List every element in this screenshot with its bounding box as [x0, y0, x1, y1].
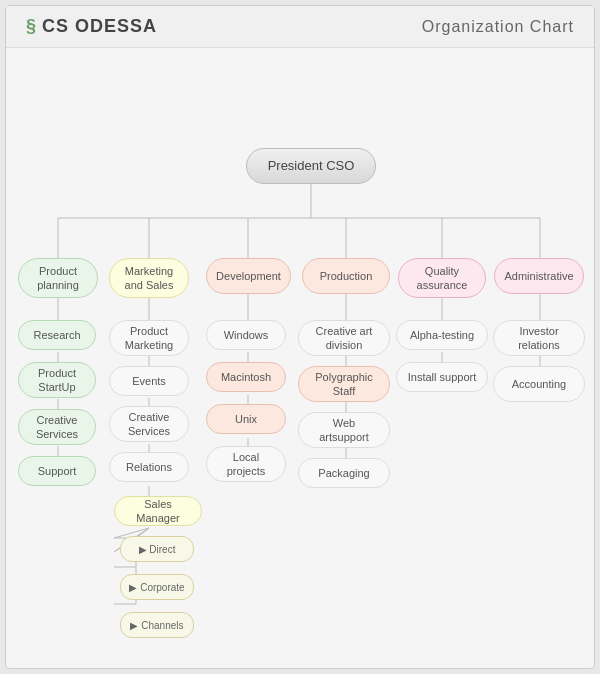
corporate-node: ▶ Corporate: [120, 574, 194, 600]
polygraphic-staff-node: PolygraphicStaff: [298, 366, 390, 402]
development-node: Development: [206, 258, 291, 294]
product-startup-node: ProductStartUp: [18, 362, 96, 398]
logo-icon: §: [26, 16, 36, 37]
windows-node: Windows: [206, 320, 286, 350]
packaging-node: Packaging: [298, 458, 390, 488]
events-node: Events: [109, 366, 189, 396]
direct-node: ▶ Direct: [120, 536, 194, 562]
sales-manager-node: Sales Manager: [114, 496, 202, 526]
channels-node: ▶ Channels: [120, 612, 194, 638]
investor-relations-node: Investorrelations: [493, 320, 585, 356]
chart-area: President CSO Productplanning Marketinga…: [6, 48, 594, 658]
relations-node: Relations: [109, 452, 189, 482]
alpha-testing-node: Alpha-testing: [396, 320, 488, 350]
marketing-sales-node: Marketingand Sales: [109, 258, 189, 298]
creative-art-division-node: Creative artdivision: [298, 320, 390, 356]
administrative-node: Administrative: [494, 258, 584, 294]
president-node: President CSO: [246, 148, 376, 184]
macintosh-node: Macintosh: [206, 362, 286, 392]
local-projects-node: Localprojects: [206, 446, 286, 482]
research-node: Research: [18, 320, 96, 350]
install-support-node: Install support: [396, 362, 488, 392]
support-node: Support: [18, 456, 96, 486]
unix-node: Unix: [206, 404, 286, 434]
chart-title: Organization Chart: [422, 18, 574, 36]
web-artsupport-node: Webartsupport: [298, 412, 390, 448]
accounting-node: Accounting: [493, 366, 585, 402]
production-node: Production: [302, 258, 390, 294]
creative-services-pp-node: CreativeServices: [18, 409, 96, 445]
product-marketing-node: ProductMarketing: [109, 320, 189, 356]
logo-text: CS ODESSA: [42, 16, 157, 37]
logo: § CS ODESSA: [26, 16, 157, 37]
header: § CS ODESSA Organization Chart: [6, 6, 594, 48]
product-planning-node: Productplanning: [18, 258, 98, 298]
page: § CS ODESSA Organization Chart: [5, 5, 595, 669]
quality-assurance-node: Qualityassurance: [398, 258, 486, 298]
creative-services-mkt-node: CreativeServices: [109, 406, 189, 442]
